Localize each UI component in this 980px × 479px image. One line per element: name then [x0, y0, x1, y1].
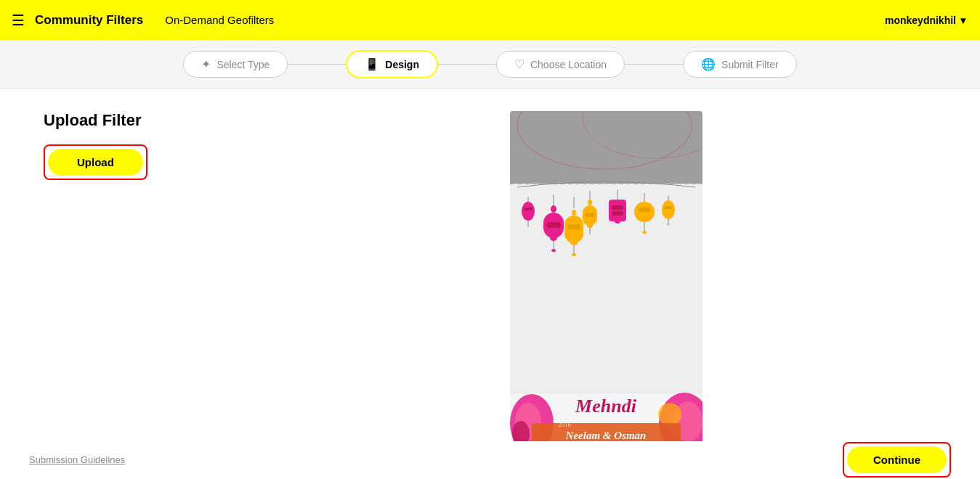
username-label: monkeydnikhil [885, 15, 956, 26]
select-type-icon: ✦ [201, 57, 211, 71]
svg-point-9 [550, 235, 557, 241]
step-design[interactable]: 📱 Design [346, 50, 438, 78]
svg-rect-1 [510, 184, 702, 430]
continue-button-wrapper: Continue [843, 442, 951, 478]
continue-button[interactable]: Continue [847, 446, 947, 473]
step-select-type[interactable]: ✦ Select Type [183, 51, 288, 78]
svg-point-33 [522, 202, 535, 221]
svg-point-50 [658, 403, 681, 426]
svg-point-42 [572, 253, 576, 256]
step-choose-location[interactable]: ♡ Choose Location [496, 51, 625, 78]
step-submit-filter[interactable]: 🌐 Submit Filter [683, 51, 797, 78]
svg-rect-30 [664, 206, 673, 209]
bottom-bar: Submission Guidelines Continue [0, 441, 980, 478]
design-icon: 📱 [365, 57, 379, 71]
step-connector-1 [288, 64, 346, 65]
step-choose-location-label: Choose Location [530, 59, 607, 70]
svg-point-37 [572, 210, 576, 216]
app-title: Community Filters [35, 13, 143, 28]
svg-rect-21 [612, 211, 623, 216]
svg-point-40 [570, 241, 578, 245]
svg-point-11 [551, 249, 556, 252]
svg-text:Mehndi: Mehndi [575, 396, 637, 417]
step-select-type-label: Select Type [216, 59, 270, 70]
step-design-label: Design [385, 59, 419, 70]
svg-point-22 [615, 219, 620, 224]
submit-filter-icon: 🌐 [701, 57, 716, 71]
left-panel: Upload Filter Upload [44, 111, 247, 456]
svg-point-13 [588, 200, 592, 205]
upload-button[interactable]: Upload [48, 149, 143, 176]
svg-rect-8 [546, 222, 561, 228]
svg-rect-19 [609, 200, 626, 221]
user-menu[interactable]: monkeydnikhil ▾ [885, 15, 965, 26]
svg-rect-34 [524, 208, 532, 210]
svg-point-29 [662, 200, 675, 219]
step-connector-2 [438, 64, 496, 65]
preview-area: Mehndi Neelam & Osman 2016 [276, 111, 936, 456]
svg-point-6 [551, 205, 556, 213]
filter-preview: Mehndi Neelam & Osman 2016 [510, 111, 702, 452]
svg-point-16 [587, 224, 593, 228]
svg-point-27 [642, 231, 647, 234]
filter-design-svg: Mehndi Neelam & Osman 2016 [510, 111, 702, 452]
svg-rect-20 [612, 205, 623, 210]
svg-text:Neelam & Osman: Neelam & Osman [565, 430, 647, 441]
step-connector-3 [625, 64, 683, 65]
upload-filter-title: Upload Filter [44, 111, 247, 130]
submission-guidelines-link[interactable]: Submission Guidelines [29, 454, 125, 465]
main-content: Upload Filter Upload [0, 89, 980, 478]
svg-text:2016: 2016 [558, 421, 572, 428]
dropdown-icon: ▾ [960, 15, 965, 26]
on-demand-geofilters-link[interactable]: On-Demand Geofilters [165, 14, 274, 26]
choose-location-icon: ♡ [514, 57, 525, 71]
steps-bar: ✦ Select Type 📱 Design ♡ Choose Location… [0, 40, 980, 89]
svg-rect-39 [567, 224, 580, 229]
svg-rect-15 [585, 213, 595, 217]
svg-rect-0 [510, 111, 702, 184]
upload-button-wrapper: Upload [44, 144, 147, 180]
hamburger-icon[interactable]: ☰ [12, 12, 25, 29]
svg-rect-25 [639, 208, 650, 212]
app-header: ☰ Community Filters On-Demand Geofilters… [0, 0, 980, 40]
step-submit-filter-label: Submit Filter [721, 59, 779, 70]
